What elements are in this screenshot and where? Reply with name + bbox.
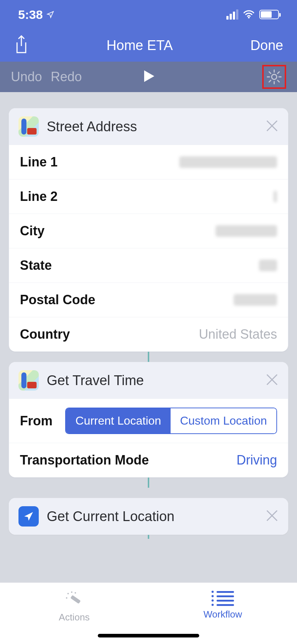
field-label-line2: Line 2 xyxy=(20,189,58,204)
remove-action-button[interactable] xyxy=(265,119,279,134)
close-icon xyxy=(265,373,279,386)
action-card-current-location: Get Current Location xyxy=(9,498,288,535)
action-card-street-address: Street Address Line 1 Line 2 City State … xyxy=(9,108,288,352)
field-label-from: From xyxy=(20,413,53,429)
field-value-postal[interactable] xyxy=(234,294,277,306)
tab-label: Actions xyxy=(59,612,89,623)
seg-current-location[interactable]: Current Location xyxy=(66,408,171,433)
svg-point-3 xyxy=(67,593,69,594)
remove-action-button[interactable] xyxy=(265,373,279,388)
redo-button[interactable]: Redo xyxy=(51,69,82,84)
wand-icon xyxy=(64,591,84,609)
editor-toolbar: Undo Redo xyxy=(0,62,297,92)
field-value-line1[interactable] xyxy=(179,156,277,168)
wifi-icon xyxy=(243,10,254,19)
field-value-mode[interactable]: Driving xyxy=(237,453,277,468)
svg-point-1 xyxy=(272,74,277,79)
location-icon xyxy=(18,506,39,527)
home-indicator[interactable] xyxy=(98,634,199,637)
svg-point-5 xyxy=(66,597,67,599)
field-label-country: Country xyxy=(20,327,70,342)
play-icon xyxy=(141,69,156,83)
workflow-canvas[interactable]: Street Address Line 1 Line 2 City State … xyxy=(0,92,297,539)
field-label-line1: Line 1 xyxy=(20,154,58,170)
card-title: Get Travel Time xyxy=(47,373,144,388)
run-button[interactable] xyxy=(141,69,156,85)
tab-label: Workflow xyxy=(204,609,242,620)
maps-icon xyxy=(18,116,39,137)
gear-icon xyxy=(266,69,283,85)
maps-icon xyxy=(18,370,39,391)
field-label-postal: Postal Code xyxy=(20,292,95,307)
undo-button[interactable]: Undo xyxy=(11,69,42,84)
connector xyxy=(148,535,149,539)
close-icon xyxy=(265,119,279,132)
field-value-country[interactable]: United States xyxy=(199,327,277,342)
card-title: Street Address xyxy=(47,119,137,135)
field-value-state[interactable] xyxy=(259,260,277,271)
field-value-city[interactable] xyxy=(216,225,277,237)
status-time: 5:38 xyxy=(18,8,43,22)
status-bar: 5:38 xyxy=(0,0,297,29)
action-card-travel-time: Get Travel Time From Current Location Cu… xyxy=(9,362,288,478)
field-label-mode: Transportation Mode xyxy=(20,453,149,468)
share-button[interactable] xyxy=(14,35,29,55)
connector xyxy=(148,352,149,362)
done-button[interactable]: Done xyxy=(250,38,283,53)
close-icon xyxy=(265,509,279,522)
seg-custom-location[interactable]: Custom Location xyxy=(171,408,276,433)
svg-point-6 xyxy=(75,592,76,594)
svg-point-4 xyxy=(71,591,72,593)
card-title: Get Current Location xyxy=(47,509,175,524)
nav-bar: Home ETA Done xyxy=(0,29,297,62)
page-title: Home ETA xyxy=(106,38,173,53)
workflow-icon xyxy=(212,591,234,606)
field-label-city: City xyxy=(20,223,45,239)
remove-action-button[interactable] xyxy=(265,509,279,524)
from-segmented-control: Current Location Custom Location xyxy=(65,408,277,434)
cell-signal-icon xyxy=(226,9,238,20)
location-services-icon xyxy=(46,11,54,18)
battery-icon xyxy=(259,10,279,19)
field-label-state: State xyxy=(20,258,52,273)
settings-button[interactable] xyxy=(262,65,286,89)
field-value-line2[interactable] xyxy=(273,191,277,202)
svg-rect-2 xyxy=(70,595,81,604)
connector xyxy=(148,478,149,488)
share-icon xyxy=(14,35,29,54)
svg-point-0 xyxy=(248,17,250,18)
